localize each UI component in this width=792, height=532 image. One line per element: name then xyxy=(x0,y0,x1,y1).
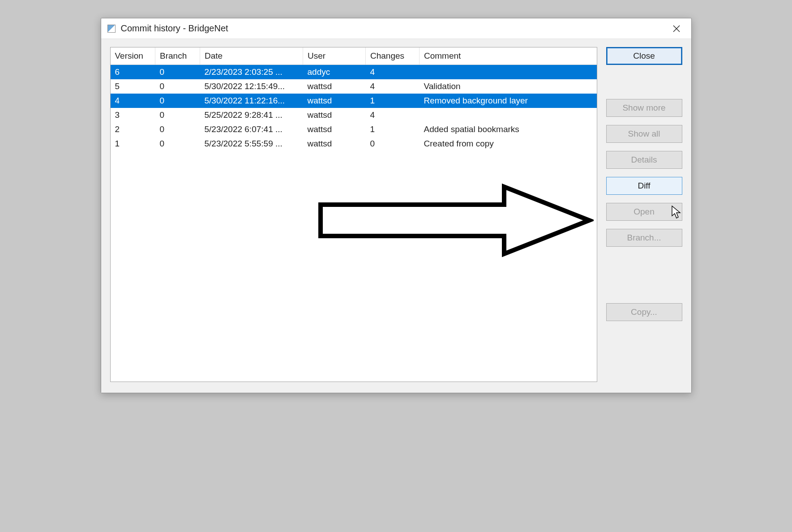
col-changes[interactable]: Changes xyxy=(366,47,420,65)
col-comment[interactable]: Comment xyxy=(420,47,597,65)
commit-table[interactable]: Version Branch Date User Changes Comment… xyxy=(110,47,597,382)
col-version[interactable]: Version xyxy=(111,47,155,65)
table-row[interactable]: 205/23/2022 6:07:41 ...wattsd1Added spat… xyxy=(111,122,597,137)
window-title: Commit history - BridgeNet xyxy=(121,23,666,34)
cell-comment: Added spatial bookmarks xyxy=(420,122,597,137)
cell-changes: 1 xyxy=(366,94,420,108)
cell-user: wattsd xyxy=(303,79,366,94)
cell-changes: 4 xyxy=(366,79,420,94)
cell-version: 3 xyxy=(111,108,155,122)
cell-branch: 0 xyxy=(155,94,200,108)
cell-user: addyc xyxy=(303,65,366,80)
cell-date: 5/23/2022 5:55:59 ... xyxy=(200,137,303,151)
cell-version: 1 xyxy=(111,137,155,151)
cell-changes: 0 xyxy=(366,137,420,151)
cell-changes: 4 xyxy=(366,108,420,122)
cell-user: wattsd xyxy=(303,94,366,108)
show-all-button[interactable]: Show all xyxy=(606,125,682,143)
table-row[interactable]: 405/30/2022 11:22:16...wattsd1Removed ba… xyxy=(111,94,597,108)
cell-date: 5/30/2022 12:15:49... xyxy=(200,79,303,94)
window-close-button[interactable] xyxy=(666,18,687,39)
cell-user: wattsd xyxy=(303,122,366,137)
cell-date: 5/25/2022 9:28:41 ... xyxy=(200,108,303,122)
cell-branch: 0 xyxy=(155,108,200,122)
cell-branch: 0 xyxy=(155,65,200,80)
cell-comment xyxy=(420,65,597,80)
cell-date: 5/23/2022 6:07:41 ... xyxy=(200,122,303,137)
cell-user: wattsd xyxy=(303,137,366,151)
copy-button[interactable]: Copy... xyxy=(606,303,682,321)
side-button-panel: Close Show more Show all Details Diff Op… xyxy=(606,47,682,382)
cell-date: 2/23/2023 2:03:25 ... xyxy=(200,65,303,80)
cell-version: 4 xyxy=(111,94,155,108)
cell-user: wattsd xyxy=(303,108,366,122)
cell-branch: 0 xyxy=(155,122,200,137)
col-user[interactable]: User xyxy=(303,47,366,65)
table-header-row: Version Branch Date User Changes Comment xyxy=(111,47,597,65)
table-row[interactable]: 505/30/2022 12:15:49...wattsd4Validation xyxy=(111,79,597,94)
details-button[interactable]: Details xyxy=(606,151,682,169)
open-button[interactable]: Open xyxy=(606,203,682,221)
branch-button[interactable]: Branch... xyxy=(606,229,682,247)
close-icon xyxy=(673,25,680,32)
cell-changes: 1 xyxy=(366,122,420,137)
cell-branch: 0 xyxy=(155,137,200,151)
table-row[interactable]: 305/25/2022 9:28:41 ...wattsd4 xyxy=(111,108,597,122)
cell-changes: 4 xyxy=(366,65,420,80)
commit-history-dialog: Commit history - BridgeNet Version Branc… xyxy=(101,18,692,393)
cell-date: 5/30/2022 11:22:16... xyxy=(200,94,303,108)
cell-comment: Removed background layer xyxy=(420,94,597,108)
cell-comment: Created from copy xyxy=(420,137,597,151)
cell-branch: 0 xyxy=(155,79,200,94)
cell-version: 2 xyxy=(111,122,155,137)
cell-comment: Validation xyxy=(420,79,597,94)
col-branch[interactable]: Branch xyxy=(155,47,200,65)
table-row[interactable]: 105/23/2022 5:55:59 ...wattsd0Created fr… xyxy=(111,137,597,151)
col-date[interactable]: Date xyxy=(200,47,303,65)
app-icon xyxy=(107,25,116,33)
diff-button[interactable]: Diff xyxy=(606,177,682,195)
dialog-body: Version Branch Date User Changes Comment… xyxy=(101,39,691,393)
cell-version: 6 xyxy=(111,65,155,80)
titlebar: Commit history - BridgeNet xyxy=(101,18,691,39)
table-row[interactable]: 602/23/2023 2:03:25 ...addyc4 xyxy=(111,65,597,80)
cell-comment xyxy=(420,108,597,122)
show-more-button[interactable]: Show more xyxy=(606,99,682,117)
close-button[interactable]: Close xyxy=(606,47,682,65)
cell-version: 5 xyxy=(111,79,155,94)
